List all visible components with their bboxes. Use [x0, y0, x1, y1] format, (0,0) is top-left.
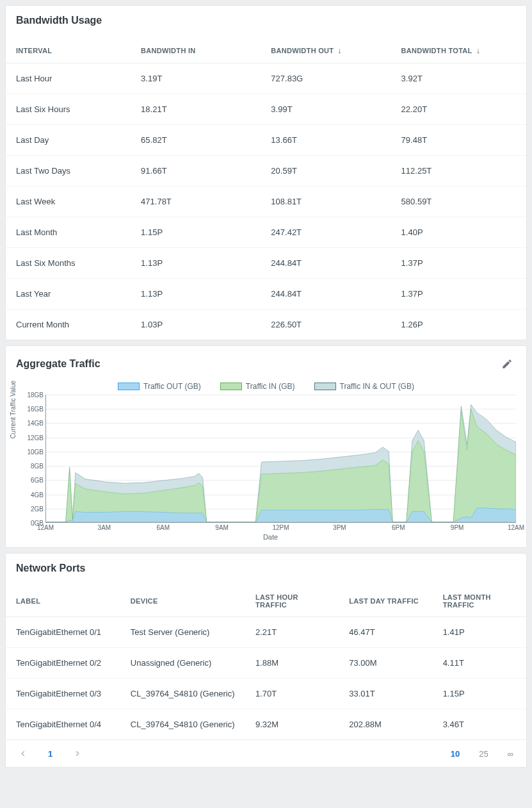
- xtick: 3AM: [98, 524, 111, 531]
- cell-in: 1.13P: [131, 279, 261, 309]
- legend-out-label: Traffic OUT (GB): [143, 382, 201, 391]
- prev-page-button[interactable]: [15, 745, 31, 762]
- xtick: 9PM: [451, 524, 464, 531]
- cell-device: CL_39764_S4810 (Generic): [120, 679, 245, 709]
- cell-in: 65.82T: [131, 125, 261, 156]
- xtick: 9AM: [215, 524, 229, 531]
- col-bandwidth-total[interactable]: BANDWIDTH TOTAL↓: [391, 33, 526, 63]
- col-bandwidth-in[interactable]: BANDWIDTH IN: [131, 33, 261, 63]
- cell-in: 1.15P: [131, 217, 261, 248]
- edit-button[interactable]: [498, 355, 516, 373]
- cell-month: 1.15P: [433, 679, 526, 709]
- cell-total: 22.20T: [391, 94, 526, 125]
- xtick: 6AM: [156, 524, 170, 531]
- col-hour-text: LAST HOUR TRAFFIC: [255, 593, 298, 609]
- table-row: Last Hour3.19T727.83G3.92T: [6, 63, 526, 94]
- col-label[interactable]: LABEL: [6, 581, 120, 617]
- chevron-right-icon: [73, 749, 82, 758]
- cell-interval: Last Six Months: [6, 248, 131, 279]
- ytick: 10GB: [24, 448, 44, 455]
- cell-label: TenGigabitEthernet 0/1: [6, 617, 120, 648]
- col-month-text: LAST MONTH TRAFFIC: [443, 593, 491, 609]
- page-size-10[interactable]: 10: [447, 746, 463, 761]
- ytick: 12GB: [24, 434, 44, 441]
- col-month-traffic[interactable]: LAST MONTH TRAFFIC: [433, 581, 526, 617]
- table-row[interactable]: TenGigabitEthernet 0/2Unassigned (Generi…: [6, 648, 526, 679]
- cell-hour: 2.21T: [245, 617, 339, 648]
- chevron-left-icon: [19, 749, 28, 758]
- bandwidth-table: INTERVAL BANDWIDTH IN BANDWIDTH OUT↓ BAN…: [6, 33, 526, 340]
- table-row: Last Day65.82T13.66T79.48T: [6, 125, 526, 156]
- cell-total: 79.48T: [391, 125, 526, 156]
- cell-out: 247.42T: [261, 217, 391, 248]
- pager: 1 1025∞: [6, 739, 526, 767]
- cell-in: 1.03P: [131, 309, 261, 340]
- sort-arrow-down-icon: ↓: [337, 45, 342, 55]
- table-row[interactable]: TenGigabitEthernet 0/1Test Server (Gener…: [6, 617, 526, 648]
- cell-interval: Last Hour: [6, 63, 131, 94]
- page-size-∞[interactable]: ∞: [504, 746, 517, 761]
- legend-out[interactable]: Traffic OUT (GB): [118, 382, 201, 391]
- cell-out: 20.59T: [261, 156, 391, 186]
- col-interval[interactable]: INTERVAL: [6, 33, 131, 63]
- cell-in: 3.19T: [131, 63, 261, 94]
- cell-out: 226.50T: [261, 309, 391, 340]
- chart-legend: Traffic OUT (GB) Traffic IN (GB) Traffic…: [16, 382, 516, 391]
- legend-in[interactable]: Traffic IN (GB): [220, 382, 295, 391]
- xtick: 12PM: [272, 524, 289, 531]
- col-bandwidth-out[interactable]: BANDWIDTH OUT↓: [261, 33, 391, 63]
- ytick: 4GB: [24, 491, 44, 498]
- bandwidth-title: Bandwidth Usage: [16, 15, 102, 26]
- cell-in: 91.66T: [131, 156, 261, 186]
- legend-both[interactable]: Traffic IN & OUT (GB): [314, 382, 414, 391]
- cell-label: TenGigabitEthernet 0/2: [6, 648, 120, 679]
- cell-total: 3.92T: [391, 63, 526, 94]
- col-device-text: DEVICE: [131, 597, 158, 605]
- bandwidth-header: Bandwidth Usage: [6, 6, 526, 33]
- traffic-title: Aggregate Traffic: [16, 358, 101, 370]
- page-size-25[interactable]: 25: [475, 746, 492, 761]
- cell-day: 46.47T: [339, 617, 432, 648]
- cell-out: 3.99T: [261, 94, 391, 125]
- cell-day: 73.00M: [339, 648, 432, 679]
- cell-hour: 1.88M: [245, 648, 339, 679]
- cell-out: 244.84T: [261, 248, 391, 279]
- col-label-text: LABEL: [16, 597, 40, 605]
- table-row: Last Month1.15P247.42T1.40P: [6, 217, 526, 248]
- xtick: 3PM: [333, 524, 346, 531]
- col-device[interactable]: DEVICE: [120, 581, 245, 617]
- col-day-traffic[interactable]: LAST DAY TRAFFIC: [339, 581, 432, 617]
- table-row: Last Two Days91.66T20.59T112.25T: [6, 156, 526, 186]
- aggregate-traffic-card: Aggregate Traffic Traffic OUT (GB) Traff…: [5, 345, 527, 548]
- sort-arrow-down-icon: ↓: [476, 45, 481, 55]
- ytick: 14GB: [24, 420, 44, 427]
- ytick: 6GB: [24, 477, 44, 484]
- cell-total: 112.25T: [391, 156, 526, 186]
- current-page[interactable]: 1: [43, 746, 58, 761]
- cell-day: 202.88M: [339, 709, 432, 740]
- cell-total: 1.37P: [391, 279, 526, 309]
- table-row: Last Six Hours18.21T3.99T22.20T: [6, 94, 526, 125]
- chart-xticks: 12AM3AM6AM9AM12PM3PM6PM9PM12AM: [45, 523, 516, 532]
- table-row[interactable]: TenGigabitEthernet 0/3CL_39764_S4810 (Ge…: [6, 679, 526, 709]
- col-out-label: BANDWIDTH OUT: [271, 47, 334, 54]
- xtick: 12AM: [508, 524, 524, 531]
- cell-interval: Current Month: [6, 309, 131, 340]
- legend-in-swatch: [220, 383, 242, 390]
- xtick: 12AM: [37, 524, 54, 531]
- col-day-text: LAST DAY TRAFFIC: [349, 597, 419, 605]
- table-row: Last Week471.78T108.81T580.59T: [6, 186, 526, 217]
- chart-xlabel: Date: [25, 533, 516, 541]
- table-row[interactable]: TenGigabitEthernet 0/4CL_39764_S4810 (Ge…: [6, 709, 526, 740]
- traffic-chart: Traffic OUT (GB) Traffic IN (GB) Traffic…: [6, 379, 526, 547]
- legend-in-label: Traffic IN (GB): [246, 382, 295, 391]
- cell-in: 18.21T: [131, 94, 261, 125]
- cell-interval: Last Year: [6, 279, 131, 309]
- legend-both-label: Traffic IN & OUT (GB): [340, 382, 414, 391]
- cell-device: CL_39764_S4810 (Generic): [120, 709, 245, 740]
- cell-hour: 1.70T: [245, 679, 339, 709]
- col-hour-traffic[interactable]: LAST HOUR TRAFFIC: [245, 581, 339, 617]
- xtick: 6PM: [392, 524, 405, 531]
- next-page-button[interactable]: [69, 745, 86, 762]
- cell-interval: Last Day: [6, 125, 131, 156]
